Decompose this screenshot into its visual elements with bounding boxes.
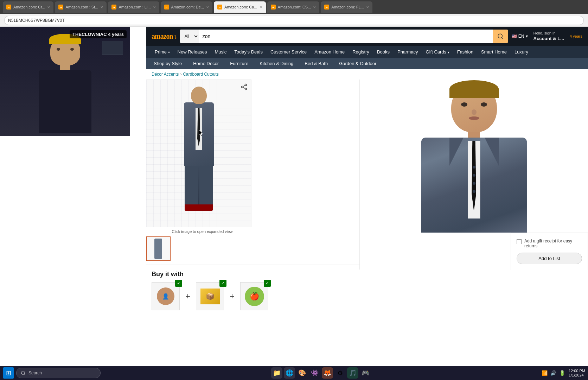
- search-input[interactable]: [199, 30, 493, 43]
- tab-favicon-7: a: [324, 5, 329, 10]
- tab-close-1[interactable]: ✕: [47, 5, 50, 9]
- svg-line-6: [243, 85, 245, 86]
- add-to-list-button[interactable]: Add to List: [517, 253, 582, 264]
- share-icon[interactable]: [241, 83, 248, 92]
- taskbar-app-settings[interactable]: ⚙: [334, 367, 346, 379]
- tab-6[interactable]: a Amazon.com: CS... ✕: [267, 1, 320, 13]
- tab-7[interactable]: a Amazon.com: FL... ✕: [321, 1, 372, 13]
- background-object: [102, 41, 123, 55]
- nav-item-new-releases[interactable]: New Releases: [174, 47, 210, 57]
- chrome-icon: 🌐: [286, 369, 293, 377]
- subnav-item-garden[interactable]: Garden & Outdoor: [337, 59, 378, 68]
- nav-item-music[interactable]: Music: [211, 47, 230, 57]
- amazon-logo[interactable]: amazon ⤵: [152, 32, 176, 40]
- taskbar-app-game[interactable]: 🎮: [360, 367, 371, 379]
- breadcrumb-decor-accents[interactable]: Décor Accents: [152, 72, 179, 77]
- tab-2[interactable]: a Amazon.com : St... ✕: [55, 1, 107, 13]
- left-leg: [185, 166, 198, 204]
- nav-item-prime[interactable]: Prime: [152, 47, 173, 57]
- buy-item-1-image: 👤: [157, 287, 174, 305]
- tab-label-7: Amazon.com: FL...: [331, 5, 364, 9]
- tab-1[interactable]: a Amazon.com: Cr... ✕: [3, 1, 53, 13]
- account-menu[interactable]: Hello, sign in Account & L...: [533, 31, 564, 42]
- search-button[interactable]: [493, 30, 508, 43]
- subnav-item-shop-by-style[interactable]: Shop by Style: [152, 59, 184, 68]
- nav-item-gift-cards[interactable]: Gift Cards: [423, 47, 453, 57]
- main-product-image[interactable]: [146, 80, 251, 227]
- share-svg: [241, 83, 248, 90]
- gift-receipt-checkbox[interactable]: [517, 239, 522, 244]
- address-bar[interactable]: N51BMCH6S7WP8BGM7V0T: [4, 16, 584, 25]
- tab-favicon-6: a: [271, 5, 276, 10]
- buy-item-1[interactable]: 👤 ✓: [152, 282, 180, 310]
- address-text: N51BMCH6S7WP8BGM7V0T: [8, 18, 65, 23]
- nav-item-books[interactable]: Books: [374, 47, 393, 57]
- network-icon[interactable]: 📶: [542, 370, 548, 376]
- taskbar-app-chrome[interactable]: 🌐: [284, 367, 295, 379]
- nav-item-todays-deals[interactable]: Today's Deals: [231, 47, 266, 57]
- subnav-item-home-decor[interactable]: Home Décor: [191, 59, 221, 68]
- taskbar-app-spotify[interactable]: 🎵: [347, 367, 358, 379]
- taskbar-apps: 📁 🌐 🎨 👾 🦊 ⚙ 🎵 🎮: [103, 367, 539, 379]
- subnav-furniture-label: Furniture: [230, 61, 248, 66]
- breadcrumb-cardboard-cutouts[interactable]: Cardboard Cutouts: [183, 72, 218, 77]
- tab-close-2[interactable]: ✕: [100, 5, 103, 9]
- taskbar-app-paint[interactable]: 🎨: [296, 367, 308, 379]
- address-bar-row: N51BMCH6S7WP8BGM7V0T: [0, 14, 588, 27]
- tab-close-7[interactable]: ✕: [366, 5, 369, 9]
- battery-icon[interactable]: 🔋: [559, 370, 565, 376]
- taskbar-search-label: Search: [28, 370, 42, 375]
- figure-suit-top: [184, 102, 214, 166]
- exp-buttons: [473, 166, 475, 193]
- tab-close-3[interactable]: ✕: [153, 5, 156, 9]
- tab-3[interactable]: a Amazon.com : Li... ✕: [108, 1, 159, 13]
- browser-tabs: a Amazon.com: Cr... ✕ a Amazon.com : St.…: [0, 0, 588, 14]
- amazon-header: amazon ⤵ All 🇺🇸 EN ▾ Hello, sign in: [146, 27, 588, 46]
- taskbar-search[interactable]: Search: [16, 368, 101, 378]
- tab-close-6[interactable]: ✕: [313, 5, 316, 9]
- subnav-item-kitchen[interactable]: Kitchen & Dining: [257, 59, 295, 68]
- nav-item-smart-home[interactable]: Smart Home: [478, 47, 510, 57]
- streamer-name: THECLOWNIAC 4 years: [72, 32, 124, 37]
- flag-icon: 🇺🇸: [512, 34, 517, 39]
- nav-item-amazon-home[interactable]: Amazon Home: [311, 47, 348, 57]
- taskbar-search-icon: [21, 370, 26, 375]
- search-category-select[interactable]: All: [180, 30, 199, 43]
- tab-close-5[interactable]: ✕: [260, 5, 262, 9]
- volume-icon[interactable]: 🔊: [550, 370, 556, 376]
- nav-item-customer-service[interactable]: Customer Service: [267, 47, 310, 57]
- nav-fashion-label: Fashion: [457, 49, 473, 55]
- subnav-item-bed-bath[interactable]: Bed & Bath: [302, 59, 330, 68]
- subnav-item-furniture[interactable]: Furniture: [228, 59, 250, 68]
- tab-favicon-4: a: [164, 5, 169, 10]
- nav-item-luxury[interactable]: Luxury: [511, 47, 531, 57]
- nav-customer-service-label: Customer Service: [270, 49, 307, 55]
- tab-close-4[interactable]: ✕: [206, 5, 209, 9]
- start-button[interactable]: ⊞: [3, 367, 14, 379]
- nav-amazon-home-label: Amazon Home: [314, 49, 345, 55]
- buy-item-3[interactable]: 🍎 ✓: [240, 282, 268, 310]
- exp-nose: [472, 109, 477, 115]
- buy-item-2[interactable]: 📦 ✓: [196, 282, 224, 310]
- thumbnail-1[interactable]: [146, 236, 171, 261]
- tab-5[interactable]: a Amazon.com: Ca... ✕: [214, 1, 266, 13]
- exp-jacket: [421, 138, 527, 233]
- nav-item-fashion[interactable]: Fashion: [454, 47, 477, 57]
- language-selector[interactable]: 🇺🇸 EN ▾: [512, 34, 528, 39]
- spotify-icon: 🎵: [349, 369, 357, 377]
- nav-item-pharmacy[interactable]: Pharmacy: [394, 47, 421, 57]
- svg-line-8: [24, 374, 25, 375]
- nav-item-registry[interactable]: Registry: [349, 47, 372, 57]
- tab-4[interactable]: a Amazon.com: De... ✕: [161, 1, 213, 13]
- taskbar-app-steam[interactable]: 👾: [309, 367, 320, 379]
- taskbar-app-file-explorer[interactable]: 📁: [271, 367, 282, 379]
- taskbar-app-firefox[interactable]: 🦊: [322, 367, 333, 379]
- nav-todays-deals-label: Today's Deals: [234, 49, 263, 55]
- exp-right-lapel: [485, 138, 499, 166]
- thumbnail-row: [146, 236, 258, 261]
- figure-pants: [185, 166, 213, 204]
- webcam-overlay: THECLOWNIAC 4 years: [0, 27, 130, 136]
- exp-lips: [469, 116, 479, 120]
- tab-favicon-3: a: [111, 5, 116, 10]
- figure-head: [191, 87, 207, 104]
